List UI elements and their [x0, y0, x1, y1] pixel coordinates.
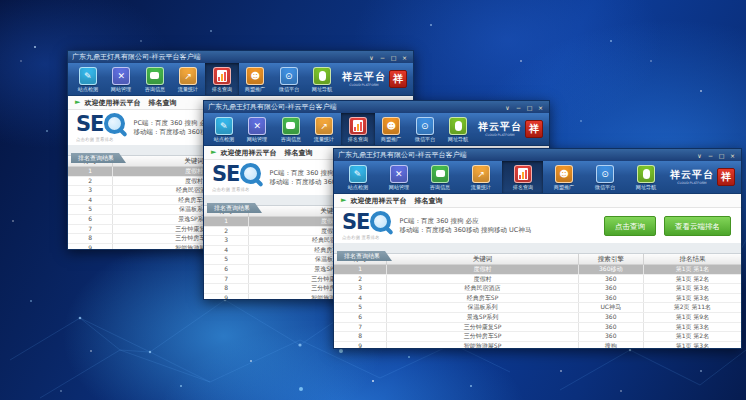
table-row[interactable]: 8三分钟房车SP360第1页 第2名 [334, 332, 741, 342]
cell-engine: 360 [578, 274, 643, 284]
tools-icon: ✕ [112, 67, 130, 85]
minimize-button[interactable]: − [514, 103, 523, 112]
table-row[interactable]: 5保温板系列UC神马第2页 第11名 [334, 303, 741, 313]
toolbar-item-label: 网站管理 [111, 86, 131, 91]
window-title: 广东九鼎王灯具有限公司-祥云平台客户端 [338, 149, 691, 161]
cell-engine: 搜狗 [578, 341, 643, 348]
toolbar-item-consult-info[interactable]: 咨询信息 [138, 63, 172, 95]
skin-button[interactable]: ∨ [695, 151, 704, 160]
seo-logo-row: SE [76, 113, 125, 134]
toolbar-item-label: 流量统计 [471, 184, 491, 189]
toolbar-items: ✎站点检测✕网站管理咨询信息↗流量统计排名查询☻商盟推广⊙微信平台网址导航 [207, 113, 475, 145]
toolbar-item-wechat[interactable]: ⊙微信平台 [408, 113, 442, 145]
rank-table-wrap: 序号 关键词 搜索引擎 排名结果 1度假村360移动第1页 第1名2度假村360… [334, 254, 741, 348]
cell-keyword: 三分钟康复SP [387, 322, 578, 332]
table-row[interactable]: 4经典房车SP360第1页 第3名 [334, 293, 741, 303]
toolbar-item-site-manage[interactable]: ✕网站管理 [378, 161, 419, 193]
app-window-front[interactable]: 广东九鼎王灯具有限公司-祥云平台客户端 ∨ − □ × ✎站点检测✕网站管理咨询… [333, 148, 742, 349]
close-button[interactable]: × [400, 53, 409, 62]
toolbar-item-label: 网址导航 [448, 136, 468, 141]
window-controls: ∨ − □ × [695, 151, 737, 160]
close-button[interactable]: × [728, 151, 737, 160]
close-button[interactable]: × [536, 103, 545, 112]
maximize-button[interactable]: □ [717, 151, 726, 160]
gauge-icon: ⊙ [596, 165, 614, 183]
query-banner: SE 点击右侧 查看排名 PC端：百度 360 搜狗 必应 移动端：百度移动 3… [334, 208, 741, 243]
minimize-button[interactable]: − [378, 53, 387, 62]
toolbar-item-label: 商盟推广 [245, 86, 265, 91]
table-row[interactable]: 7三分钟康复SP360第1页 第3名 [334, 322, 741, 332]
toolbar-item-rank-query[interactable]: 排名查询 [205, 63, 239, 95]
magnifier-icon [370, 211, 391, 232]
table-row[interactable]: 3经典民宿酒店360第1页 第3名 [334, 284, 741, 294]
cell-rank: 第2页 第11名 [643, 303, 741, 313]
toolbar-item-site-manage[interactable]: ✕网站管理 [105, 63, 139, 95]
tab-rank-result[interactable]: 排名查询结果 [207, 203, 262, 213]
toolbar-item-wechat[interactable]: ⊙微信平台 [585, 161, 626, 193]
toolbar-item-label: 咨询信息 [281, 136, 301, 141]
skin-button[interactable]: ∨ [367, 53, 376, 62]
toolbar-item-label: 站点检测 [347, 184, 367, 189]
welcome-text: 欢迎使用祥云平台 [84, 98, 140, 108]
toolbar-item-site-nav[interactable]: 网址导航 [306, 63, 340, 95]
toolbar-item-consult-info[interactable]: 咨询信息 [274, 113, 308, 145]
title-bar[interactable]: 广东九鼎王灯具有限公司-祥云平台客户端 ∨ − □ × [334, 149, 741, 161]
cell-engine: 360 [578, 312, 643, 322]
table-row[interactable]: 2度假村360第1页 第2名 [334, 274, 741, 284]
query-button[interactable]: 点击查询 [604, 216, 656, 236]
bar-chart-icon [514, 165, 532, 183]
cell-no: 8 [334, 332, 387, 342]
toolbar-item-wechat[interactable]: ⊙微信平台 [272, 63, 306, 95]
toolbar-item-site-nav[interactable]: 网址导航 [626, 161, 667, 193]
chat-icon [282, 117, 300, 135]
seo-logo-caption: 点击右侧 查看排名 [342, 234, 387, 239]
seo-logo-caption: 点击右侧 查看排名 [212, 186, 257, 191]
toolbar-item-traffic-stats[interactable]: ↗流量统计 [308, 113, 342, 145]
tab-rank-result[interactable]: 排名查询结果 [337, 251, 392, 261]
skin-button[interactable]: ∨ [503, 103, 512, 112]
pencil-icon: ✎ [79, 67, 97, 85]
title-bar[interactable]: 广东九鼎王灯具有限公司-祥云平台客户端 ∨ − □ × [68, 51, 413, 63]
minimize-button[interactable]: − [706, 151, 715, 160]
toolbar-item-site-check[interactable]: ✎站点检测 [337, 161, 378, 193]
toolbar-item-label: 站点检测 [78, 86, 98, 91]
cell-engine: 360 [578, 322, 643, 332]
maximize-button[interactable]: □ [525, 103, 534, 112]
welcome-section: 排名查询 [284, 148, 312, 158]
toolbar-item-union-promote[interactable]: ☻商盟推广 [239, 63, 273, 95]
toolbar-item-label: 排名查询 [348, 136, 368, 141]
title-bar[interactable]: 广东九鼎王灯具有限公司-祥云平台客户端 ∨ − □ × [204, 101, 549, 113]
table-row[interactable]: 9智能旅游展SP搜狗第1页 第3名 [334, 341, 741, 348]
engine-info-pc: PC端：百度 360 搜狗 必应 [399, 217, 596, 226]
tab-rank-result[interactable]: 排名查询结果 [71, 153, 126, 163]
cloud-rank-button[interactable]: 查看云端排名 [664, 216, 731, 236]
toolbar-item-rank-query[interactable]: 排名查询 [502, 161, 543, 193]
cell-keyword: 度假村 [387, 274, 578, 284]
col-header-keyword: 关键词 [387, 254, 578, 265]
toolbar-item-traffic-stats[interactable]: ↗流量统计 [172, 63, 206, 95]
maximize-button[interactable]: □ [389, 53, 398, 62]
engine-info-mobile: 移动端：百度移动 360移动 搜狗移动 UC神马 [399, 226, 596, 235]
toolbar-item-site-check[interactable]: ✎站点检测 [71, 63, 105, 95]
toolbar-item-label: 网站管理 [389, 184, 409, 189]
brand-text: 祥云平台 CLOUD PLATFORM [342, 72, 386, 87]
toolbar-items: ✎站点检测✕网站管理咨询信息↗流量统计排名查询☻商盟推广⊙微信平台网址导航 [71, 63, 339, 95]
seo-logo: SE 点击右侧 查看排名 [342, 211, 391, 240]
cell-no: 4 [204, 245, 249, 255]
toolbar-item-traffic-stats[interactable]: ↗流量统计 [461, 161, 502, 193]
cell-rank: 第1页 第3名 [643, 322, 741, 332]
toolbar-item-union-promote[interactable]: ☻商盟推广 [543, 161, 584, 193]
cell-rank: 第1页 第2名 [643, 274, 741, 284]
cell-no: 3 [204, 236, 249, 246]
toolbar-item-rank-query[interactable]: 排名查询 [341, 113, 375, 145]
cell-no: 5 [68, 205, 113, 215]
line-chart-icon: ↗ [315, 117, 333, 135]
toolbar-item-consult-info[interactable]: 咨询信息 [420, 161, 461, 193]
toolbar-item-union-promote[interactable]: ☻商盟推广 [375, 113, 409, 145]
toolbar-item-site-nav[interactable]: 网址导航 [442, 113, 476, 145]
toolbar-item-site-check[interactable]: ✎站点检测 [207, 113, 241, 145]
table-row[interactable]: 1度假村360移动第1页 第1名 [334, 265, 741, 275]
brand-block: 祥云平台 CLOUD PLATFORM 祥 [667, 161, 738, 193]
table-row[interactable]: 6景逸SP系列360第1页 第9名 [334, 312, 741, 322]
toolbar-item-site-manage[interactable]: ✕网站管理 [241, 113, 275, 145]
